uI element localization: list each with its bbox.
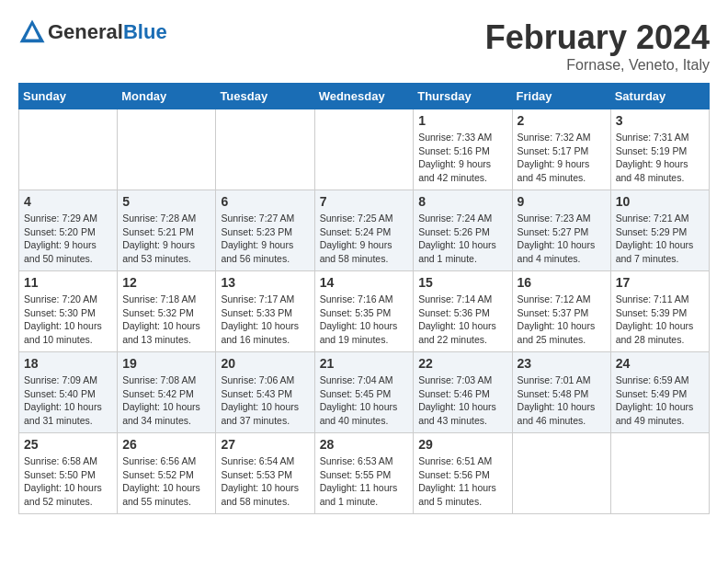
day-number: 25 [24, 437, 112, 452]
day-info: Sunrise: 7:14 AM Sunset: 5:36 PM Dayligh… [418, 293, 506, 347]
calendar-cell: 27Sunrise: 6:54 AM Sunset: 5:53 PM Dayli… [216, 433, 314, 514]
day-number: 14 [320, 275, 409, 290]
day-number: 6 [221, 194, 309, 209]
calendar-cell: 14Sunrise: 7:16 AM Sunset: 5:35 PM Dayli… [314, 271, 414, 352]
calendar-cell: 28Sunrise: 6:53 AM Sunset: 5:55 PM Dayli… [314, 433, 414, 514]
calendar-cell: 15Sunrise: 7:14 AM Sunset: 5:36 PM Dayli… [414, 271, 512, 352]
day-info: Sunrise: 7:04 AM Sunset: 5:45 PM Dayligh… [320, 373, 409, 428]
day-info: Sunrise: 6:58 AM Sunset: 5:50 PM Dayligh… [24, 454, 112, 509]
calendar-cell: 23Sunrise: 7:01 AM Sunset: 5:48 PM Dayli… [512, 352, 610, 433]
logo-blue-text: Blue [123, 20, 167, 43]
day-info: Sunrise: 7:08 AM Sunset: 5:42 PM Dayligh… [122, 373, 210, 428]
day-info: Sunrise: 7:09 AM Sunset: 5:40 PM Dayligh… [24, 373, 112, 428]
weekday-header-friday: Friday [512, 84, 610, 109]
calendar-cell: 13Sunrise: 7:17 AM Sunset: 5:33 PM Dayli… [216, 271, 314, 352]
calendar-cell: 3Sunrise: 7:31 AM Sunset: 5:19 PM Daylig… [610, 109, 709, 190]
calendar-cell: 17Sunrise: 7:11 AM Sunset: 5:39 PM Dayli… [610, 271, 709, 352]
day-number: 18 [24, 356, 112, 371]
calendar-cell [118, 109, 216, 190]
day-info: Sunrise: 7:16 AM Sunset: 5:35 PM Dayligh… [320, 293, 409, 347]
day-info: Sunrise: 6:59 AM Sunset: 5:49 PM Dayligh… [616, 373, 704, 428]
day-number: 8 [418, 194, 506, 209]
calendar-cell: 22Sunrise: 7:03 AM Sunset: 5:46 PM Dayli… [414, 352, 512, 433]
day-number: 28 [320, 437, 409, 452]
calendar-cell: 16Sunrise: 7:12 AM Sunset: 5:37 PM Dayli… [512, 271, 610, 352]
weekday-header-sunday: Sunday [19, 84, 118, 109]
calendar-cell: 1Sunrise: 7:33 AM Sunset: 5:16 PM Daylig… [414, 109, 512, 190]
calendar-week-row-1: 1Sunrise: 7:33 AM Sunset: 5:16 PM Daylig… [19, 109, 710, 190]
day-info: Sunrise: 6:56 AM Sunset: 5:52 PM Dayligh… [122, 454, 210, 509]
calendar-cell: 21Sunrise: 7:04 AM Sunset: 5:45 PM Dayli… [314, 352, 414, 433]
weekday-header-thursday: Thursday [414, 84, 512, 109]
calendar-cell: 2Sunrise: 7:32 AM Sunset: 5:17 PM Daylig… [512, 109, 610, 190]
weekday-header-monday: Monday [118, 84, 216, 109]
day-number: 24 [616, 356, 704, 371]
day-info: Sunrise: 6:51 AM Sunset: 5:56 PM Dayligh… [418, 454, 506, 509]
day-number: 11 [24, 275, 112, 290]
day-info: Sunrise: 7:32 AM Sunset: 5:17 PM Dayligh… [518, 131, 606, 185]
day-info: Sunrise: 7:12 AM Sunset: 5:37 PM Dayligh… [518, 293, 606, 347]
day-number: 22 [418, 356, 506, 371]
logo-general-text: General [48, 20, 123, 43]
calendar-cell [19, 109, 118, 190]
calendar-cell [314, 109, 414, 190]
day-number: 20 [221, 356, 309, 371]
day-number: 7 [320, 194, 409, 209]
calendar-cell [216, 109, 314, 190]
day-info: Sunrise: 6:54 AM Sunset: 5:53 PM Dayligh… [221, 454, 309, 509]
calendar-table: SundayMondayTuesdayWednesdayThursdayFrid… [18, 83, 710, 514]
day-number: 3 [616, 113, 704, 128]
calendar-cell: 26Sunrise: 6:56 AM Sunset: 5:52 PM Dayli… [118, 433, 216, 514]
calendar-cell [512, 433, 610, 514]
day-info: Sunrise: 7:25 AM Sunset: 5:24 PM Dayligh… [320, 212, 409, 266]
day-number: 16 [518, 275, 606, 290]
calendar-cell: 19Sunrise: 7:08 AM Sunset: 5:42 PM Dayli… [118, 352, 216, 433]
day-info: Sunrise: 7:17 AM Sunset: 5:33 PM Dayligh… [221, 293, 309, 347]
logo-icon [18, 18, 46, 46]
calendar-week-row-4: 18Sunrise: 7:09 AM Sunset: 5:40 PM Dayli… [19, 352, 710, 433]
day-info: Sunrise: 7:31 AM Sunset: 5:19 PM Dayligh… [616, 131, 704, 185]
logo: GeneralBlue [18, 18, 167, 46]
calendar-cell: 7Sunrise: 7:25 AM Sunset: 5:24 PM Daylig… [314, 190, 414, 271]
calendar-cell: 6Sunrise: 7:27 AM Sunset: 5:23 PM Daylig… [216, 190, 314, 271]
day-number: 13 [221, 275, 309, 290]
weekday-header-saturday: Saturday [610, 84, 709, 109]
day-info: Sunrise: 7:18 AM Sunset: 5:32 PM Dayligh… [122, 293, 210, 347]
day-number: 4 [24, 194, 112, 209]
calendar-cell: 4Sunrise: 7:29 AM Sunset: 5:20 PM Daylig… [19, 190, 118, 271]
day-info: Sunrise: 7:23 AM Sunset: 5:27 PM Dayligh… [518, 212, 606, 266]
day-number: 29 [418, 437, 506, 452]
calendar-cell: 20Sunrise: 7:06 AM Sunset: 5:43 PM Dayli… [216, 352, 314, 433]
day-info: Sunrise: 7:28 AM Sunset: 5:21 PM Dayligh… [122, 212, 210, 266]
day-info: Sunrise: 7:01 AM Sunset: 5:48 PM Dayligh… [518, 373, 606, 428]
day-number: 19 [122, 356, 210, 371]
calendar-cell: 18Sunrise: 7:09 AM Sunset: 5:40 PM Dayli… [19, 352, 118, 433]
calendar-cell: 25Sunrise: 6:58 AM Sunset: 5:50 PM Dayli… [19, 433, 118, 514]
day-number: 23 [518, 356, 606, 371]
calendar-cell: 9Sunrise: 7:23 AM Sunset: 5:27 PM Daylig… [512, 190, 610, 271]
day-number: 9 [518, 194, 606, 209]
calendar-cell [610, 433, 709, 514]
day-info: Sunrise: 7:27 AM Sunset: 5:23 PM Dayligh… [221, 212, 309, 266]
day-info: Sunrise: 7:29 AM Sunset: 5:20 PM Dayligh… [24, 212, 112, 266]
calendar-cell: 29Sunrise: 6:51 AM Sunset: 5:56 PM Dayli… [414, 433, 512, 514]
day-number: 10 [616, 194, 704, 209]
location-subtitle: Fornase, Veneto, Italy [485, 57, 710, 74]
calendar-week-row-2: 4Sunrise: 7:29 AM Sunset: 5:20 PM Daylig… [19, 190, 710, 271]
day-number: 12 [122, 275, 210, 290]
weekday-header-tuesday: Tuesday [216, 84, 314, 109]
day-number: 2 [518, 113, 606, 128]
day-info: Sunrise: 7:03 AM Sunset: 5:46 PM Dayligh… [418, 373, 506, 428]
calendar-week-row-5: 25Sunrise: 6:58 AM Sunset: 5:50 PM Dayli… [19, 433, 710, 514]
day-info: Sunrise: 7:20 AM Sunset: 5:30 PM Dayligh… [24, 293, 112, 347]
month-title: February 2024 [485, 18, 710, 57]
calendar-week-row-3: 11Sunrise: 7:20 AM Sunset: 5:30 PM Dayli… [19, 271, 710, 352]
calendar-cell: 5Sunrise: 7:28 AM Sunset: 5:21 PM Daylig… [118, 190, 216, 271]
day-number: 17 [616, 275, 704, 290]
day-info: Sunrise: 7:33 AM Sunset: 5:16 PM Dayligh… [418, 131, 506, 185]
day-info: Sunrise: 7:21 AM Sunset: 5:29 PM Dayligh… [616, 212, 704, 266]
weekday-header-row: SundayMondayTuesdayWednesdayThursdayFrid… [19, 84, 710, 109]
day-info: Sunrise: 7:06 AM Sunset: 5:43 PM Dayligh… [221, 373, 309, 428]
day-number: 15 [418, 275, 506, 290]
calendar-cell: 11Sunrise: 7:20 AM Sunset: 5:30 PM Dayli… [19, 271, 118, 352]
